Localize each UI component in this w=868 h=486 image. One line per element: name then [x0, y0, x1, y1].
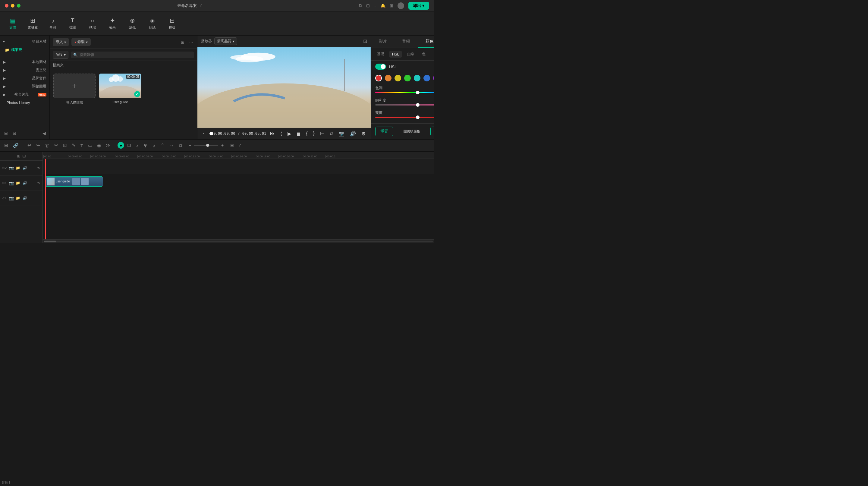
timeline-link-icon[interactable]: 🔗: [11, 142, 21, 149]
toolbar-filter[interactable]: ⊛ 濾鏡: [123, 14, 141, 32]
color-dot-orange[interactable]: [385, 75, 392, 82]
bracket-close-icon[interactable]: }: [312, 130, 316, 137]
export-button[interactable]: 導出 ▾: [408, 2, 429, 10]
toolbar-sticker[interactable]: ◈ 貼紙: [143, 14, 161, 32]
quality-dropdown[interactable]: 最高品質 ▾: [214, 37, 237, 45]
adjust-header[interactable]: ▶ 調整圖層: [0, 82, 50, 90]
music-icon[interactable]: ♪: [134, 142, 140, 149]
crop-icon[interactable]: ⊡: [61, 142, 69, 149]
display-icon[interactable]: ⧉: [359, 3, 362, 8]
timeline-add-track-icon[interactable]: ⊞: [2, 142, 10, 149]
sfx-icon[interactable]: ♬: [151, 142, 158, 149]
fullscreen-icon[interactable]: ⧉: [328, 130, 335, 137]
cut-to-timeline-icon[interactable]: ⊢: [318, 130, 326, 138]
track1-eye-icon[interactable]: 👁: [37, 181, 41, 185]
rewind-icon[interactable]: ⏮: [269, 130, 276, 137]
timeline-scrollbar[interactable]: [43, 239, 434, 243]
collapse-icon[interactable]: ◀: [41, 130, 47, 137]
toolbar-audio[interactable]: ♪ 音頻: [44, 15, 62, 32]
color-dot-yellow[interactable]: [395, 75, 401, 82]
toolbar-assets[interactable]: ⊞ 素材庫: [24, 14, 42, 32]
lightness-slider[interactable]: [375, 117, 434, 118]
track1-folder-icon[interactable]: 📁: [15, 180, 21, 186]
scrollbar-track[interactable]: [44, 241, 433, 242]
fill-icon[interactable]: ◉: [95, 142, 103, 149]
save-custom-button[interactable]: 儲存為自訂: [430, 127, 434, 136]
stop-icon[interactable]: ◼: [295, 130, 302, 138]
shape-icon[interactable]: ▭: [86, 142, 94, 149]
project-assets-header[interactable]: ▾ 項目素材: [0, 37, 50, 45]
snap-icon[interactable]: ⊡: [125, 142, 133, 149]
zoom-out-icon[interactable]: −: [187, 142, 192, 148]
import-folder-icon[interactable]: ⊞: [2, 130, 10, 137]
subtab-color[interactable]: 色: [419, 50, 429, 58]
keyframe-panel-button[interactable]: 關鍵幀面板: [401, 127, 423, 135]
pip-icon[interactable]: ⧉: [177, 142, 184, 149]
audio-track-folder-icon[interactable]: 📁: [15, 195, 21, 201]
color-dot-red[interactable]: [375, 75, 382, 82]
track2-volume-icon[interactable]: 🔊: [22, 165, 28, 171]
export-folder-icon[interactable]: ⊟: [11, 130, 18, 137]
split-icon[interactable]: ✂: [53, 142, 60, 149]
hue-slider[interactable]: [375, 92, 434, 93]
local-assets-header[interactable]: ▶ 本地素材: [0, 58, 50, 66]
hsl-toggle[interactable]: [375, 64, 386, 70]
cloud-upload-icon[interactable]: ⊡: [366, 3, 370, 8]
download-icon[interactable]: ↓: [374, 3, 376, 8]
record-timeline-icon[interactable]: ●: [118, 142, 124, 149]
saturation-slider[interactable]: [375, 104, 434, 105]
record-button[interactable]: ● 錄製 ▾: [71, 38, 91, 46]
splice-icon[interactable]: ⌃: [159, 142, 166, 149]
track1-camera-icon[interactable]: 📷: [9, 181, 14, 185]
zoom-track[interactable]: [194, 145, 218, 146]
add-compound-icon[interactable]: ⊞: [17, 153, 21, 158]
tab-video[interactable]: 影片: [371, 36, 395, 48]
preset-dropdown[interactable]: 預設 ▾: [53, 51, 68, 59]
tab-audio[interactable]: 音頻: [394, 36, 418, 48]
reset-button[interactable]: 重置: [375, 127, 393, 136]
playhead[interactable]: [45, 159, 46, 240]
video-clip[interactable]: user guide: [45, 176, 103, 187]
delete-icon[interactable]: 🗑: [43, 142, 51, 149]
avatar[interactable]: [398, 2, 404, 9]
toolbar-effect[interactable]: ✦ 效果: [103, 14, 121, 32]
subtab-basic[interactable]: 基礎: [374, 50, 387, 58]
close-button[interactable]: [5, 4, 8, 7]
redo-icon[interactable]: ↪: [34, 142, 42, 149]
preview-video[interactable]: [197, 47, 371, 128]
brand-header[interactable]: ▶ 品牌套件: [0, 74, 50, 82]
sidebar-folder[interactable]: 📁 檔案夾: [0, 45, 50, 54]
import-media-item[interactable]: + 導入媒體檔: [53, 73, 96, 136]
color-dot-teal[interactable]: [414, 75, 421, 82]
track-row-audio[interactable]: [43, 189, 434, 204]
track2-eye-icon[interactable]: 👁: [37, 166, 41, 170]
search-input[interactable]: [80, 53, 192, 57]
video-media-item[interactable]: 00:00:05 ✓ user guide: [99, 73, 141, 136]
voice-icon[interactable]: 🎙: [141, 142, 150, 149]
minimize-button[interactable]: [11, 4, 14, 7]
compound-header[interactable]: ▶ 複合片段 NEW: [0, 90, 50, 99]
track2-camera-icon[interactable]: 📷: [9, 166, 14, 170]
audio-track-volume-icon[interactable]: 🔊: [22, 195, 28, 201]
track-row-1[interactable]: user guide: [43, 174, 434, 189]
import-button[interactable]: 導入 ▾: [53, 38, 69, 46]
filter-sort-icon[interactable]: ⊞: [180, 39, 186, 46]
bell-icon[interactable]: 🔔: [380, 3, 385, 8]
frame-back-icon[interactable]: ⟨: [279, 130, 284, 138]
subtab-curve[interactable]: 曲線: [404, 50, 417, 58]
text-tool-icon[interactable]: T: [79, 142, 85, 149]
paint-icon[interactable]: ✎: [70, 142, 78, 149]
color-dot-purple[interactable]: [433, 75, 434, 82]
color-dot-blue[interactable]: [424, 75, 430, 82]
cloud-header[interactable]: ▶ 雲空間: [0, 66, 50, 74]
camera-icon[interactable]: 📷: [337, 130, 346, 138]
add-track-icon[interactable]: ⊟: [22, 153, 26, 158]
maximize-button[interactable]: [17, 4, 21, 7]
grid-view-icon[interactable]: ⊞: [228, 142, 236, 149]
settings-icon[interactable]: ⚙: [360, 130, 367, 138]
expand-view-icon[interactable]: ⤢: [237, 142, 243, 149]
toolbar-transition[interactable]: ↔ 轉場: [84, 15, 101, 32]
more-tools-icon[interactable]: ≫: [104, 142, 113, 149]
bracket-open-icon[interactable]: {: [304, 130, 309, 137]
toolbar-media[interactable]: ▤ 媒體: [4, 14, 22, 32]
